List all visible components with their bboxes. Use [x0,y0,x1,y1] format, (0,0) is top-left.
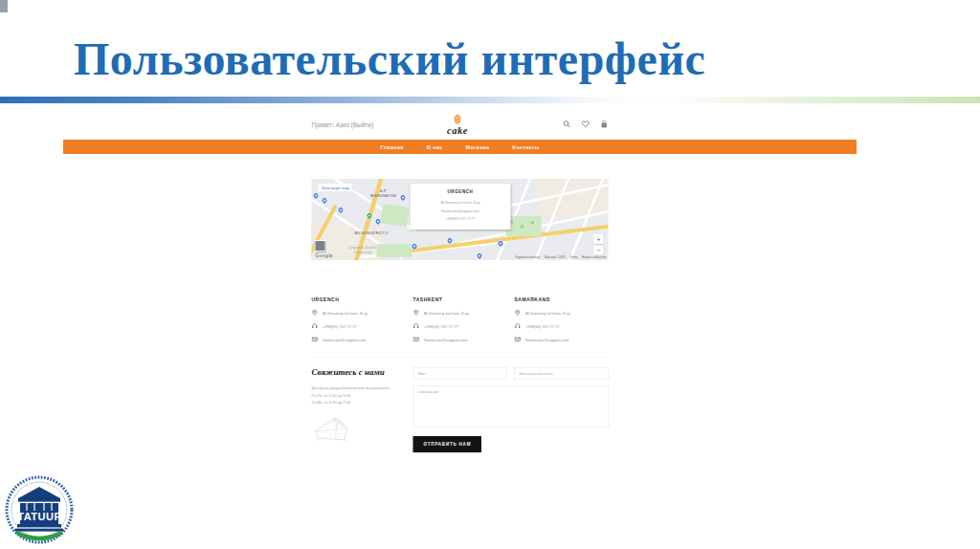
map-park [506,216,542,236]
map-zoom-in-button[interactable]: + [594,234,604,244]
branch-city: SAMARKAND [515,296,609,302]
nav-item-shop[interactable]: Магазин [466,144,490,150]
envelope-icon [515,337,522,344]
branch-email[interactable]: Sweetcake@support.com [424,338,468,342]
branch-city: URGENCH [312,296,406,302]
headset-icon [413,323,420,331]
envelope-icon [413,337,420,344]
contact-hours-weekdays: Пн-Пт: от 5:00 до 9:00 [312,391,401,399]
google-logo[interactable]: Google [316,253,333,259]
map-card-address: Al-Xorazmiy ko'chasi, 8-uy [411,199,511,208]
branch-phone-row: +998(90) 747-77-77 [413,323,507,331]
send-button[interactable]: ОТПРАВИТЬ НАМ [413,436,482,452]
map-card-email[interactable]: Sweetcake@support.com [411,207,511,215]
main-nav: Главная О нас Магазин Контакты [63,140,857,154]
map-pin[interactable] [321,197,327,204]
presentation-slide: Пользовательский интерфейс Привет: Азиз … [0,0,980,549]
branch-phone-row: +998(90) 747-77-77 [312,323,406,331]
tatuuf-university-emblem: TATUUF [5,475,74,544]
branch-phone-row: +998(90) 747-77-77 [515,323,609,331]
contact-subtitle: Доступны представители или консультанты [312,384,401,392]
keyboard-shortcuts-link[interactable]: Keyboard shortcuts [515,256,540,259]
map-zoom-out-button[interactable]: − [594,246,604,255]
google-map-embed[interactable]: A.P. MIKRORAYON MICRODISTRICT 2 Urganch … [312,179,609,260]
map-card-phone[interactable]: +998(90) 747-77-77 [411,215,511,224]
title-underline-bar [0,97,980,103]
view-larger-map-link[interactable]: View larger map [319,184,353,192]
email-input[interactable] [514,367,609,380]
message-textarea[interactable] [413,385,609,428]
map-inset-thumbnail[interactable] [315,240,326,252]
contact-section: Свяжитесь с нами Доступны представители … [312,367,609,452]
branch-email[interactable]: Sweetcake@support.com [323,338,367,342]
report-error-link[interactable]: Report a map error [582,256,606,259]
branch-phone[interactable]: +998(90) 747-77-77 [424,324,457,329]
map-data-label: Map data ©2021 [545,256,566,259]
nav-item-home[interactable]: Главная [380,144,403,150]
contact-form: ОТПРАВИТЬ НАМ [413,367,609,452]
branch-address: Al-Xorazmiy ko'chasi, 8-uy [424,311,469,316]
nav-item-about[interactable]: О нас [427,144,443,150]
map-pin[interactable] [476,253,482,259]
wishlist-heart-icon[interactable] [582,120,590,130]
contact-hours-weekend: Сб-Вс: от 6:00 до 9:00 [312,399,401,406]
branch-email[interactable]: Sweetcake@support.com [525,338,569,342]
branch-address: Al-Xorazmiy ko'chasi, 8-uy [525,311,570,316]
map-info-card: URGENCH Al-Xorazmiy ko'chasi, 8-uy Sweet… [411,184,511,230]
slide-title: Пользовательский интерфейс [74,33,705,85]
section-divider [312,358,609,359]
map-pin[interactable] [337,207,344,213]
branch-address: Al-Xorazmiy ko'chasi, 8-uy [323,311,368,316]
branch-phone[interactable]: +998(90) 747-77-77 [525,324,559,329]
map-card-city: URGENCH [411,189,511,194]
branch-samarkand: SAMARKAND Al-Xorazmiy ko'chasi, 8-uy +99… [515,296,609,350]
site-logo-text: cake [447,124,468,137]
name-input[interactable] [413,367,508,380]
branch-email-row: Sweetcake@support.com [413,337,507,344]
branch-phone[interactable]: +998(90) 747-77-77 [323,324,356,329]
nav-item-contacts[interactable]: Контакты [512,144,539,150]
location-pin-icon [413,310,420,318]
map-pin[interactable] [312,192,319,199]
location-pin-icon [312,310,319,318]
emblem-text: TATUUF [17,511,60,522]
branch-city: TASHKENT [413,296,507,302]
corner-mark [0,0,8,12]
website-screenshot: Привет: Азиз (Выйти) cake [63,110,857,486]
envelope-icon [312,337,319,344]
headset-icon [312,323,319,331]
cart-bag-icon[interactable] [600,120,609,130]
map-attribution: Keyboard shortcuts Map data ©2021 Terms … [515,256,606,259]
contact-title: Свяжитесь с нами [312,367,413,378]
site-header: Привет: Азиз (Выйти) cake [63,110,857,140]
search-icon[interactable] [563,120,571,130]
map-label: Urganch Davlat University [337,245,390,255]
map-park [380,204,410,227]
site-logo[interactable]: cake [447,113,468,137]
branch-address-row: Al-Xorazmiy ko'chasi, 8-uy [413,310,507,318]
branch-address-row: Al-Xorazmiy ko'chasi, 8-uy [515,310,609,318]
cake-slice-illustration [312,413,413,448]
branch-tashkent: TASHKENT Al-Xorazmiy ko'chasi, 8-uy +998… [413,296,507,350]
branch-urgench: URGENCH Al-Xorazmiy ko'chasi, 8-uy +998(… [312,296,406,350]
branch-address-row: Al-Xorazmiy ko'chasi, 8-uy [312,310,406,318]
headset-icon [515,323,522,331]
terms-link[interactable]: Terms [569,256,577,259]
location-pin-icon [515,310,522,318]
branch-email-row: Sweetcake@support.com [515,337,609,344]
branch-email-row: Sweetcake@support.com [312,337,406,344]
branches-section: URGENCH Al-Xorazmiy ko'chasi, 8-uy +998(… [312,296,609,350]
map-label: MICRODISTRICT 2 [341,231,403,235]
user-greeting[interactable]: Привет: Азиз (Выйти) [312,121,408,129]
